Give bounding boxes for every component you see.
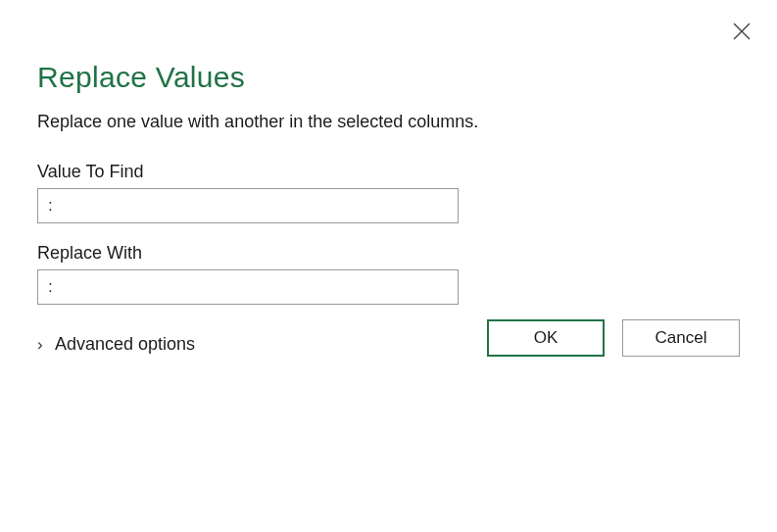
dialog-buttons: OK Cancel	[487, 319, 740, 357]
replace-values-dialog: Replace Values Replace one value with an…	[0, 0, 777, 384]
replace-with-input[interactable]	[37, 269, 459, 305]
value-to-find-label: Value To Find	[37, 162, 740, 182]
cancel-button[interactable]: Cancel	[622, 319, 740, 357]
dialog-subtitle: Replace one value with another in the se…	[37, 112, 740, 132]
close-icon	[732, 22, 752, 41]
replace-with-label: Replace With	[37, 243, 740, 264]
value-to-find-group: Value To Find	[37, 162, 740, 223]
advanced-options-label: Advanced options	[55, 334, 195, 355]
dialog-title: Replace Values	[37, 61, 740, 94]
ok-button[interactable]: OK	[487, 319, 605, 357]
chevron-right-icon: ›	[37, 335, 49, 355]
value-to-find-input[interactable]	[37, 188, 459, 223]
close-button[interactable]	[730, 20, 753, 43]
replace-with-group: Replace With	[37, 243, 740, 305]
